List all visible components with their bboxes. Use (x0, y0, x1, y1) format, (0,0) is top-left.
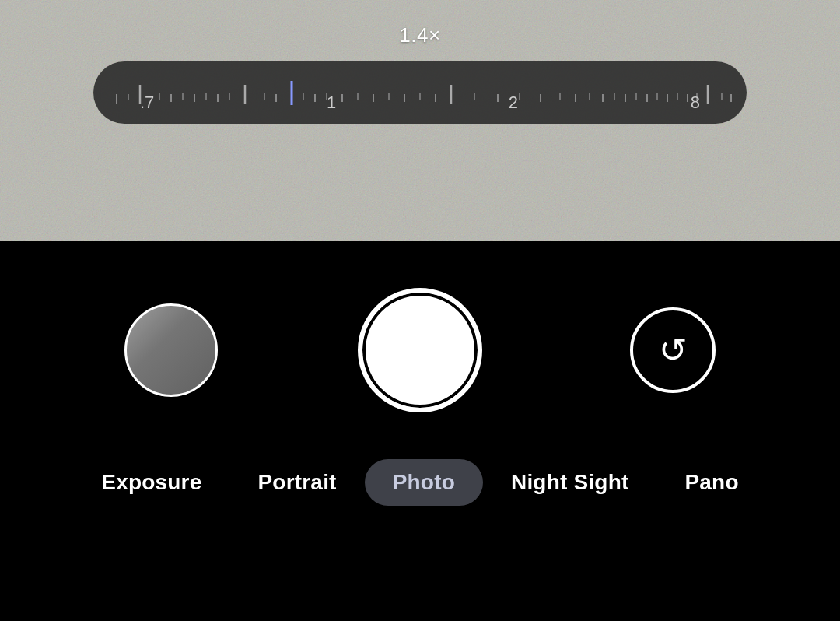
mode-photo[interactable]: Photo (365, 459, 483, 506)
controls-area: ↺ Exposure Portrait Photo Night Sight Pa… (0, 241, 840, 621)
mode-selector: Exposure Portrait Photo Night Sight Pano (0, 459, 840, 521)
ruler-label-07: .7 (140, 93, 154, 113)
shutter-inner (369, 299, 471, 402)
camera-buttons: ↺ (0, 288, 840, 412)
ruler-label-1: 1 (327, 93, 336, 113)
ruler-label-8: 8 (691, 93, 700, 113)
zoom-ruler[interactable]: .7 1 2 8 (93, 61, 747, 124)
mode-night-sight[interactable]: Night Sight (483, 459, 657, 506)
mode-portrait[interactable]: Portrait (229, 459, 364, 506)
shutter-button[interactable] (358, 288, 482, 412)
ruler-label-2: 2 (509, 93, 518, 113)
mode-pano[interactable]: Pano (656, 459, 766, 506)
flip-camera-icon: ↺ (659, 333, 688, 367)
mode-exposure[interactable]: Exposure (73, 459, 229, 506)
thumbnail-button[interactable] (124, 303, 218, 397)
viewfinder: 1.4× (0, 0, 840, 241)
ruler-labels: .7 1 2 8 (93, 93, 747, 113)
zoom-level[interactable]: 1.4× (399, 23, 440, 47)
flip-camera-button[interactable]: ↺ (630, 307, 716, 393)
